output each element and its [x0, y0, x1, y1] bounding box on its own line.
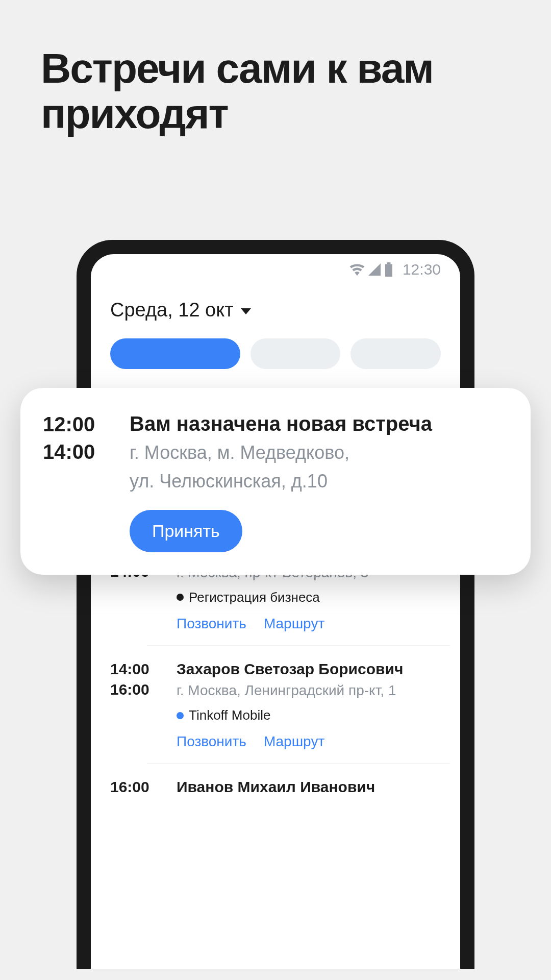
- meeting-start: 16:00: [110, 777, 177, 798]
- status-icons: [349, 262, 393, 277]
- meeting-actions: Позвонить Маршрут: [177, 616, 441, 632]
- status-time: 12:30: [403, 261, 441, 278]
- overlay-content: Вам назначена новая встреча г. Москва, м…: [130, 410, 432, 552]
- hero-line-1: Встречи сами к вам: [41, 46, 510, 91]
- overlay-title: Вам назначена новая встреча: [130, 410, 432, 437]
- meeting-tag-label: Регистрация бизнеса: [189, 590, 320, 605]
- overlay-start: 12:00: [43, 410, 130, 438]
- meeting-title: Захаров Светозар Борисович: [177, 659, 441, 680]
- dot-icon: [177, 712, 184, 719]
- meeting-row[interactable]: 16:00 Иванов Михаил Иванович: [147, 764, 450, 811]
- filter-tabs: [91, 338, 460, 369]
- meeting-time: 16:00: [110, 777, 177, 798]
- phone-mockup: 12:30 Среда, 12 окт 12:00 14:00: [77, 240, 474, 969]
- meeting-start: 14:00: [110, 659, 177, 680]
- battery-icon: [384, 262, 393, 277]
- new-meeting-card: 12:00 14:00 Вам назначена новая встреча …: [20, 388, 531, 575]
- hero-line-2: приходят: [41, 91, 510, 137]
- call-button[interactable]: Позвонить: [177, 616, 246, 632]
- meeting-title: Иванов Михаил Иванович: [177, 777, 441, 798]
- svg-rect-1: [385, 264, 392, 277]
- meeting-content: Иванов Михаил Иванович: [177, 777, 441, 798]
- status-bar: 12:30: [91, 254, 460, 285]
- phone-screen: 12:30 Среда, 12 окт 12:00 14:00: [91, 254, 460, 969]
- meeting-tag-label: Tinkoff Mobile: [189, 707, 270, 723]
- meeting-end: 16:00: [110, 679, 177, 700]
- date-picker[interactable]: Среда, 12 окт: [91, 285, 460, 338]
- route-button[interactable]: Маршрут: [264, 733, 324, 750]
- meeting-row[interactable]: 14:00 16:00 Захаров Светозар Борисович г…: [147, 646, 450, 764]
- overlay-time: 12:00 14:00: [43, 410, 130, 552]
- svg-rect-0: [387, 262, 390, 264]
- route-button[interactable]: Маршрут: [264, 616, 324, 632]
- tab-2[interactable]: [251, 338, 341, 369]
- tab-3[interactable]: [350, 338, 441, 369]
- meeting-actions: Позвонить Маршрут: [177, 733, 441, 750]
- meeting-address: г. Москва, Ленинградский пр-кт, 1: [177, 680, 441, 700]
- hero-title: Встречи сами к вам приходят: [0, 0, 551, 136]
- dot-icon: [177, 594, 184, 601]
- accept-button[interactable]: Принять: [130, 510, 242, 552]
- meeting-content: Захаров Светозар Борисович г. Москва, Ле…: [177, 659, 441, 750]
- wifi-icon: [349, 263, 365, 276]
- cellular-icon: [368, 263, 381, 276]
- overlay-end: 14:00: [43, 438, 130, 465]
- meeting-tag: Регистрация бизнеса: [177, 590, 441, 605]
- phone-frame: 12:30 Среда, 12 окт 12:00 14:00: [77, 240, 474, 969]
- date-label: Среда, 12 окт: [110, 299, 234, 321]
- meeting-time: 14:00 16:00: [110, 659, 177, 750]
- chevron-down-icon: [241, 308, 251, 314]
- call-button[interactable]: Позвонить: [177, 733, 246, 750]
- tab-active[interactable]: [110, 338, 240, 369]
- overlay-address-2: ул. Челюскинская, д.10: [130, 469, 432, 494]
- overlay-address-1: г. Москва, м. Медведково,: [130, 440, 432, 465]
- meeting-tag: Tinkoff Mobile: [177, 707, 441, 723]
